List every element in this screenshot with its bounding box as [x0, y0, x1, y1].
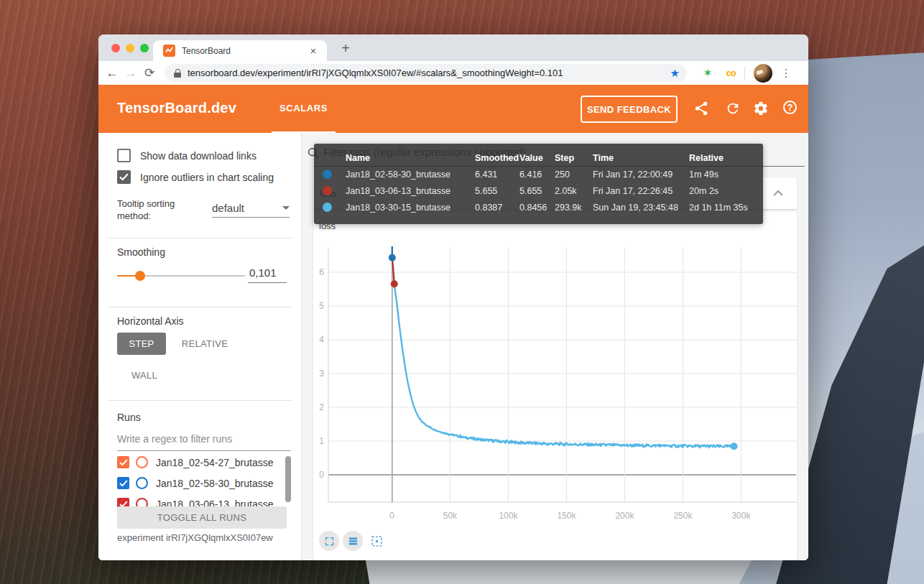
tooltip-smoothed: 5.655 [475, 186, 519, 196]
secure-lock-icon[interactable] [174, 69, 181, 78]
tooltip-name: Jan18_03-30-15_brutasse [346, 203, 475, 213]
run-row[interactable]: Jan18_02-54-27_brutasse [117, 456, 297, 468]
tooltip-sorting-label: Tooltip sorting method: [117, 198, 175, 222]
series-end-dot [389, 254, 396, 261]
checkbox-unchecked[interactable] [117, 149, 131, 162]
colab-extension-icon[interactable]: co [723, 68, 739, 78]
tooltip-relative: 20m 2s [689, 186, 763, 196]
svg-text:6: 6 [319, 267, 324, 277]
run-color-dot [323, 203, 332, 212]
browser-tab[interactable]: TensorBoard × [153, 40, 327, 61]
loss-chart-card: loss 0123456050k100k150k200k250k300k [313, 212, 797, 560]
chart-toolbar [319, 531, 387, 551]
tooltip-value: 5.655 [519, 186, 555, 196]
settings-sidebar: Show data download links Ignore outliers… [98, 133, 302, 560]
browser-tab-strip: TensorBoard × + [98, 34, 808, 61]
series-end-dot [391, 280, 398, 287]
share-icon[interactable] [693, 101, 711, 118]
tooltip-header-row: Name Smoothed Value Step Time Relative [314, 149, 763, 166]
divider [108, 400, 292, 401]
app-body: Show data download links Ignore outliers… [98, 133, 808, 560]
tab-scalars[interactable]: SCALARS [272, 85, 336, 133]
tooltip-sorting-select[interactable]: default [212, 202, 290, 218]
tooltip-row: Jan18_02-58-30_brutasse6.4316.416250Fri … [314, 166, 763, 182]
collapse-chevron-icon[interactable] [772, 187, 784, 200]
profile-avatar[interactable] [754, 64, 772, 83]
browser-menu-icon[interactable]: ⋮ [777, 67, 795, 80]
svg-text:5: 5 [319, 301, 324, 311]
main-content: loss loss 0123456050k100k150k200k250k300… [302, 133, 808, 560]
tooltip-step: 250 [555, 170, 593, 180]
divider [108, 238, 292, 238]
run-color-dot [323, 170, 332, 179]
smoothing-value-input[interactable] [248, 266, 287, 283]
refresh-icon[interactable] [725, 101, 742, 118]
svg-text:1: 1 [319, 436, 324, 446]
settings-gear-icon[interactable] [753, 101, 770, 118]
tensorboard-header: TensorBoard.dev SCALARS SEND FEEDBACK ? [98, 85, 808, 133]
chevron-down-icon [282, 206, 290, 210]
extension-icon[interactable]: ✶ [700, 66, 716, 80]
macos-minimize-button[interactable] [126, 44, 134, 52]
tooltip-time: Sun Jan 19, 23:45:48 [593, 203, 689, 213]
svg-text:250k: 250k [673, 511, 693, 521]
bookmark-star-icon[interactable]: ★ [670, 67, 680, 80]
send-feedback-button[interactable]: SEND FEEDBACK [581, 96, 678, 123]
svg-text:300k: 300k [731, 511, 751, 521]
tab-close-icon[interactable]: × [307, 45, 320, 57]
new-tab-button[interactable]: + [336, 39, 356, 59]
forward-icon[interactable]: → [121, 66, 140, 80]
browser-address-bar: ← → ⟳ tensorboard.dev/experiment/irRI7jX… [98, 61, 808, 85]
run-radio[interactable] [136, 456, 148, 468]
run-checkbox[interactable] [117, 477, 129, 489]
chart-hover-tooltip: Name Smoothed Value Step Time Relative J… [314, 144, 763, 224]
toggle-all-runs-button[interactable]: TOGGLE ALL RUNS [117, 506, 287, 529]
tooltip-value: 0.8456 [519, 203, 555, 213]
axis-step-button[interactable]: STEP [117, 333, 166, 355]
url-text[interactable]: tensorboard.dev/experiment/irRI7jXGQlqml… [188, 68, 670, 78]
tooltip-time: Fri Jan 17, 22:26:45 [593, 186, 689, 196]
svg-text:2: 2 [319, 402, 324, 412]
run-name: Jan18_02-54-27_brutasse [156, 457, 273, 468]
macos-zoom-button[interactable] [140, 44, 149, 52]
runs-label: Runs [117, 412, 141, 423]
tooltip-time: Fri Jan 17, 22:00:49 [593, 170, 689, 180]
run-color-dot [323, 186, 332, 195]
checkbox-checked[interactable] [117, 170, 131, 184]
axis-relative-button[interactable]: RELATIVE [176, 333, 234, 355]
experiment-caption: experiment irRI7jXGQlqmlxXS0I07ew [117, 532, 273, 543]
ignore-outliers-row[interactable]: Ignore outliers in chart scaling [117, 170, 297, 184]
slider-thumb[interactable] [135, 271, 145, 281]
tooltip-step: 2.05k [555, 186, 593, 196]
reload-icon[interactable]: ⟳ [140, 65, 159, 80]
browser-window: TensorBoard × + ← → ⟳ tensorboard.dev/ex… [98, 34, 808, 560]
tooltip-smoothed: 6.431 [475, 170, 519, 180]
brand-title: TensorBoard.dev [117, 100, 236, 116]
back-icon[interactable]: ← [103, 66, 121, 80]
tooltip-sorting-value: default [212, 202, 244, 214]
tooltip-relative: 2d 1h 11m 35s [689, 203, 763, 213]
omnibox[interactable]: tensorboard.dev/experiment/irRI7jXGQlqml… [165, 64, 687, 82]
tooltip-name: Jan18_03-06-13_brutasse [346, 186, 475, 196]
help-icon[interactable]: ? [783, 101, 797, 114]
run-radio[interactable] [136, 477, 148, 489]
runs-filter-input[interactable] [117, 433, 291, 451]
runs-scrollbar[interactable] [285, 456, 291, 502]
series-end-dot [731, 442, 738, 450]
tooltip-row: Jan18_03-30-15_brutasse0.83870.8456293.9… [314, 199, 763, 215]
run-checkbox[interactable] [117, 456, 129, 468]
svg-text:0: 0 [319, 470, 324, 480]
fit-domain-icon[interactable] [366, 531, 387, 551]
loss-line-chart[interactable]: 0123456050k100k150k200k250k300k [316, 244, 796, 529]
run-row[interactable]: Jan18_02-58-30_brutasse [117, 477, 297, 489]
tensorboard-favicon-icon [163, 45, 175, 57]
show-download-links-row[interactable]: Show data download links [117, 149, 297, 162]
expand-chart-icon[interactable] [319, 531, 339, 551]
tooltip-step: 293.9k [555, 203, 593, 213]
smoothing-slider[interactable] [117, 275, 245, 277]
tooltip-smoothed: 0.8387 [475, 203, 519, 213]
macos-close-button[interactable] [111, 44, 120, 52]
svg-text:150k: 150k [557, 511, 576, 521]
runs-selector-icon[interactable] [343, 531, 363, 551]
axis-wall-button[interactable]: WALL [127, 364, 162, 386]
